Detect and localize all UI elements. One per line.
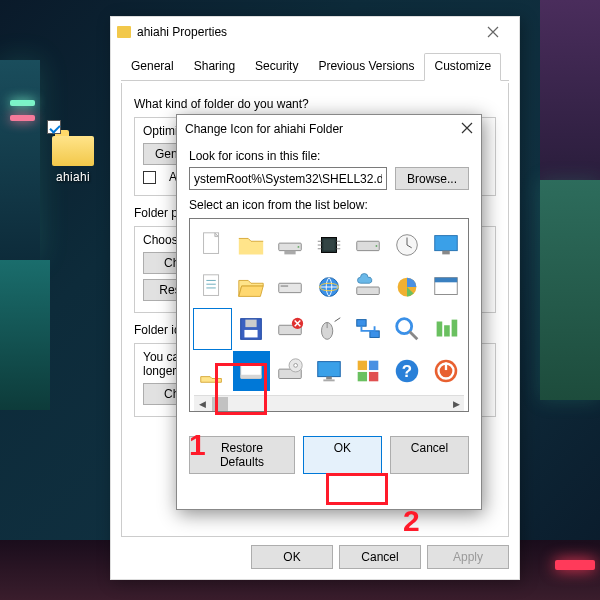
svg-rect-29 bbox=[436, 322, 442, 337]
change-icon-dialog: Change Icon for ahiahi Folder Look for i… bbox=[176, 114, 482, 510]
icon-drive-selected[interactable] bbox=[233, 351, 270, 391]
change-icon-title: Change Icon for ahiahi Folder bbox=[185, 122, 461, 136]
tab-previous-versions[interactable]: Previous Versions bbox=[308, 53, 424, 80]
folder-icon bbox=[117, 26, 131, 38]
svg-rect-16 bbox=[357, 287, 380, 295]
svg-rect-40 bbox=[358, 361, 367, 370]
svg-point-7 bbox=[375, 245, 377, 247]
icon-cloud-drive[interactable] bbox=[349, 267, 386, 307]
icon-folder-small[interactable] bbox=[194, 351, 231, 391]
change-icon-cancel-button[interactable]: Cancel bbox=[390, 436, 469, 474]
folder-icon bbox=[52, 130, 94, 166]
change-icon-titlebar[interactable]: Change Icon for ahiahi Folder bbox=[177, 115, 481, 143]
properties-title: ahiahi Properties bbox=[137, 25, 473, 39]
icon-list[interactable]: ? ◀ ▶ bbox=[189, 218, 469, 412]
svg-rect-21 bbox=[246, 320, 257, 328]
svg-point-2 bbox=[298, 246, 300, 248]
icon-drive-generic[interactable] bbox=[272, 267, 309, 307]
svg-rect-12 bbox=[279, 283, 302, 292]
icon-folder[interactable] bbox=[233, 225, 270, 265]
svg-rect-26 bbox=[357, 320, 366, 327]
svg-rect-3 bbox=[285, 251, 296, 255]
scroll-left-icon[interactable]: ◀ bbox=[194, 396, 210, 412]
close-button[interactable] bbox=[473, 18, 513, 46]
icon-blank-file[interactable] bbox=[194, 225, 231, 265]
change-icon-close-button[interactable] bbox=[461, 122, 473, 137]
browse-button[interactable]: Browse... bbox=[395, 167, 469, 190]
svg-rect-37 bbox=[318, 362, 341, 377]
close-icon bbox=[461, 122, 473, 134]
icon-search[interactable] bbox=[388, 309, 425, 349]
icon-drive-network[interactable] bbox=[272, 225, 309, 265]
icon-monitor[interactable] bbox=[311, 351, 348, 391]
icon-internet-globe[interactable] bbox=[311, 267, 348, 307]
scroll-right-icon[interactable]: ▶ bbox=[448, 396, 464, 412]
icon-volume-mixer[interactable] bbox=[427, 309, 464, 349]
tab-sharing[interactable]: Sharing bbox=[184, 53, 245, 80]
kind-label: What kind of folder do you want? bbox=[134, 97, 496, 111]
icon-document[interactable] bbox=[194, 267, 231, 307]
icon-open-folder[interactable] bbox=[233, 267, 270, 307]
icon-drive-disconnect[interactable] bbox=[272, 309, 309, 349]
svg-point-28 bbox=[396, 319, 411, 334]
properties-titlebar[interactable]: ahiahi Properties bbox=[111, 17, 519, 47]
select-icon-label: Select an icon from the list below: bbox=[189, 198, 469, 212]
icon-network[interactable] bbox=[349, 309, 386, 349]
icon-chip[interactable] bbox=[311, 225, 348, 265]
svg-rect-22 bbox=[245, 330, 258, 338]
desktop-folder-label: ahiahi bbox=[38, 170, 108, 184]
svg-text:?: ? bbox=[402, 362, 412, 381]
properties-ok-button[interactable]: OK bbox=[251, 545, 333, 569]
svg-rect-13 bbox=[281, 285, 289, 287]
also-apply-checkbox[interactable] bbox=[143, 171, 156, 184]
icon-drive[interactable] bbox=[349, 225, 386, 265]
icon-chart-pie[interactable] bbox=[388, 267, 425, 307]
properties-apply-button: Apply bbox=[427, 545, 509, 569]
svg-rect-10 bbox=[442, 251, 450, 255]
icon-file-path-input[interactable] bbox=[189, 167, 387, 190]
svg-rect-30 bbox=[444, 325, 450, 336]
svg-rect-41 bbox=[369, 361, 378, 370]
icon-shutdown[interactable] bbox=[427, 351, 464, 391]
look-for-icons-label: Look for icons in this file: bbox=[189, 149, 469, 163]
icon-mouse-pointer[interactable] bbox=[311, 309, 348, 349]
tab-security[interactable]: Security bbox=[245, 53, 308, 80]
svg-rect-19 bbox=[434, 278, 457, 283]
properties-tabs: General Sharing Security Previous Versio… bbox=[121, 53, 509, 81]
desktop-folder-ahiahi[interactable]: ahiahi bbox=[38, 130, 108, 184]
tab-general[interactable]: General bbox=[121, 53, 184, 80]
svg-rect-43 bbox=[369, 372, 378, 381]
annotation-number-1: 1 bbox=[189, 428, 206, 462]
svg-rect-27 bbox=[370, 331, 379, 338]
icon-clock[interactable] bbox=[388, 225, 425, 265]
icon-desktop-blue[interactable] bbox=[427, 225, 464, 265]
svg-rect-31 bbox=[451, 320, 457, 337]
icon-cd-drive[interactable] bbox=[272, 351, 309, 391]
properties-cancel-button[interactable]: Cancel bbox=[339, 545, 421, 569]
svg-rect-38 bbox=[326, 377, 332, 380]
svg-point-36 bbox=[294, 364, 298, 368]
icon-window-program[interactable] bbox=[427, 267, 464, 307]
change-icon-ok-button[interactable]: OK bbox=[303, 436, 382, 474]
tab-customize[interactable]: Customize bbox=[424, 53, 501, 81]
desktop-background: ahiahi ahiahi Properties General Sharing… bbox=[0, 0, 600, 600]
close-icon bbox=[487, 26, 499, 38]
svg-rect-5 bbox=[323, 239, 334, 250]
icon-control-panel[interactable] bbox=[349, 351, 386, 391]
svg-rect-11 bbox=[204, 275, 219, 296]
scroll-thumb[interactable] bbox=[212, 397, 228, 411]
checkmark-icon bbox=[47, 120, 61, 134]
svg-rect-39 bbox=[323, 379, 334, 381]
icon-help[interactable]: ? bbox=[388, 351, 425, 391]
icon-blank-selected[interactable] bbox=[194, 309, 231, 349]
svg-rect-42 bbox=[358, 372, 367, 381]
svg-rect-33 bbox=[241, 375, 262, 379]
icon-list-scrollbar[interactable]: ◀ ▶ bbox=[194, 395, 464, 411]
annotation-number-2: 2 bbox=[403, 504, 420, 538]
icon-floppy-disk[interactable] bbox=[233, 309, 270, 349]
svg-rect-9 bbox=[434, 236, 457, 251]
